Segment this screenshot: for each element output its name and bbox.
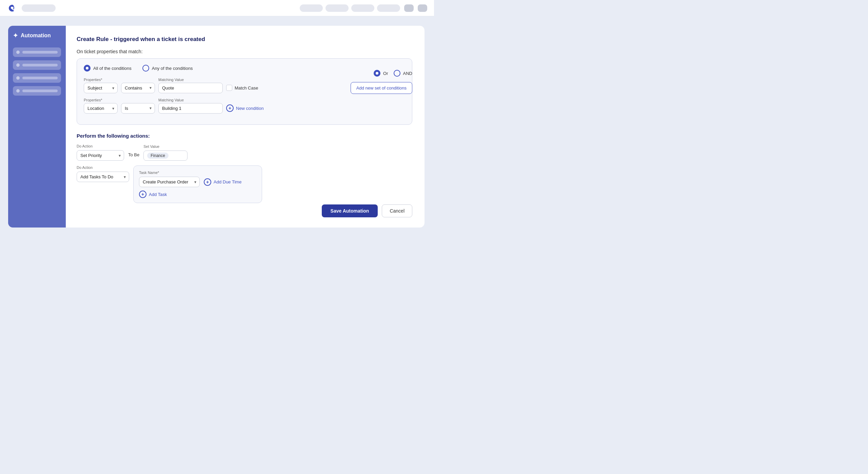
nav-btn-2[interactable] [326, 4, 349, 12]
page-title: Create Rule - triggered when a ticket is… [77, 36, 412, 43]
radio-or-icon [374, 70, 380, 77]
or-label: Or [383, 71, 388, 76]
matching-input-2[interactable] [158, 103, 223, 114]
task-name-field: Task Name* Create Purchase Order [139, 171, 200, 187]
nav-btn-1[interactable] [300, 4, 323, 12]
do-action-field-2: Do Action Add Tasks To Do [77, 165, 129, 182]
nav-pill [22, 4, 56, 12]
sidebar-line [22, 77, 58, 79]
add-due-time-icon: + [204, 178, 211, 186]
sidebar-item[interactable] [13, 86, 61, 96]
radio-and-icon [394, 70, 400, 77]
cancel-button[interactable]: Cancel [382, 204, 412, 217]
nav-btn-4[interactable] [377, 4, 400, 12]
properties-label-1: Properties* [84, 78, 118, 82]
condition-row-2: Properties* Location Is Matching Value [84, 98, 405, 114]
properties-dropdown-wrapper-2: Location [84, 103, 118, 114]
set-value-label: Set Value [143, 144, 188, 149]
properties-field-2: Properties* Location [84, 98, 118, 114]
sidebar-header: ✦ Automation [13, 32, 61, 39]
add-conditions-button[interactable]: Add new set of conditions [351, 82, 412, 94]
task-row: Task Name* Create Purchase Order + Add D… [139, 171, 256, 187]
sidebar-dot [16, 51, 20, 54]
match-case-checkbox[interactable] [226, 85, 232, 91]
conditions-side: Or AND Add new set of conditions [351, 70, 412, 94]
automation-icon: ✦ [13, 32, 18, 39]
matching-label-2: Matching Value [158, 98, 223, 102]
actions-title: Perform the following actions: [77, 133, 412, 139]
match-case-wrapper: Match Case [226, 85, 258, 91]
properties-select-2[interactable]: Location [84, 103, 118, 114]
sidebar-dot [16, 76, 20, 80]
add-due-time-label: Add Due Time [214, 179, 241, 184]
radio-or[interactable]: Or [374, 70, 388, 77]
content-panel: Create Rule - triggered when a ticket is… [66, 26, 425, 228]
do-action-select-1[interactable]: Set Priority [77, 150, 124, 161]
do-action-field-1: Do Action Set Priority [77, 144, 124, 161]
new-condition-label: New condition [236, 106, 264, 111]
save-automation-button[interactable]: Save Automation [322, 204, 378, 217]
sidebar-item[interactable] [13, 47, 61, 57]
set-value-field: Set Value Finance [143, 144, 188, 161]
operator-dropdown-wrapper-1: Contains [121, 83, 155, 93]
or-and-group: Or AND [374, 70, 412, 77]
radio-all-conditions[interactable]: All of the conditions [84, 65, 132, 72]
sidebar-line [22, 64, 58, 66]
tag-input[interactable]: Finance [143, 151, 188, 161]
radio-any-conditions[interactable]: Any of the conditions [142, 65, 193, 72]
operator-select-2[interactable]: Is [121, 103, 155, 114]
sidebar-line [22, 90, 58, 92]
sidebar-item[interactable] [13, 60, 61, 70]
properties-select-1[interactable]: Subject [84, 83, 118, 93]
task-name-select[interactable]: Create Purchase Order [139, 177, 200, 187]
sidebar-line [22, 51, 58, 54]
matching-field-1: Matching Value [158, 78, 223, 93]
bottom-actions: Save Automation Cancel [322, 204, 412, 217]
to-be-label: To Be [128, 152, 139, 157]
add-due-time-button[interactable]: + Add Due Time [204, 178, 241, 186]
tag-chip: Finance [147, 153, 169, 159]
nav-buttons [300, 4, 400, 12]
nav-btn-3[interactable] [351, 4, 374, 12]
radio-all-icon [84, 65, 91, 72]
app-logo [7, 3, 18, 14]
task-name-dropdown-wrapper: Create Purchase Order [139, 177, 200, 187]
properties-field-1: Properties* Subject [84, 78, 118, 93]
main-layout: ✦ Automation Create Rule - triggered whe… [0, 16, 434, 237]
actions-section: Perform the following actions: Do Action… [77, 133, 412, 203]
action-row-1: Do Action Set Priority To Be Set Value F… [77, 144, 412, 161]
sidebar: ✦ Automation [8, 26, 66, 228]
matching-input-1[interactable] [158, 83, 223, 93]
add-task-icon: + [139, 191, 146, 198]
nav-icon-1[interactable] [404, 4, 414, 12]
radio-any-icon [142, 65, 149, 72]
operator-select-1[interactable]: Contains [121, 83, 155, 93]
new-condition-plus-icon: + [226, 104, 234, 112]
sidebar-item[interactable] [13, 73, 61, 83]
sidebar-title: Automation [21, 33, 51, 39]
do-action-select-2[interactable]: Add Tasks To Do [77, 172, 129, 182]
action-row-2: Do Action Add Tasks To Do Task Name* [77, 165, 412, 203]
properties-dropdown-wrapper-1: Subject [84, 83, 118, 93]
and-label: AND [403, 71, 412, 76]
radio-and[interactable]: AND [394, 70, 412, 77]
radio-any-label: Any of the conditions [152, 66, 193, 71]
properties-label-2: Properties* [84, 98, 118, 102]
conditions-label: On ticket properties that match: [77, 49, 412, 54]
top-navigation [0, 0, 434, 16]
operator-dropdown-wrapper-2: Is [121, 103, 155, 114]
add-task-button[interactable]: + Add Task [139, 191, 256, 198]
task-name-label: Task Name* [139, 171, 200, 175]
matching-field-2: Matching Value [158, 98, 223, 114]
nav-icon-2[interactable] [418, 4, 427, 12]
new-condition-button[interactable]: + New condition [226, 104, 264, 112]
do-action-dropdown-wrapper-1: Set Priority [77, 150, 124, 161]
sidebar-dot [16, 63, 20, 67]
sidebar-dot [16, 89, 20, 93]
match-case-label: Match Case [235, 85, 258, 91]
task-box: Task Name* Create Purchase Order + Add D… [133, 165, 262, 203]
radio-all-label: All of the conditions [93, 66, 132, 71]
do-action-dropdown-wrapper-2: Add Tasks To Do [77, 172, 129, 182]
matching-label-1: Matching Value [158, 78, 223, 82]
add-task-label: Add Task [149, 192, 167, 197]
